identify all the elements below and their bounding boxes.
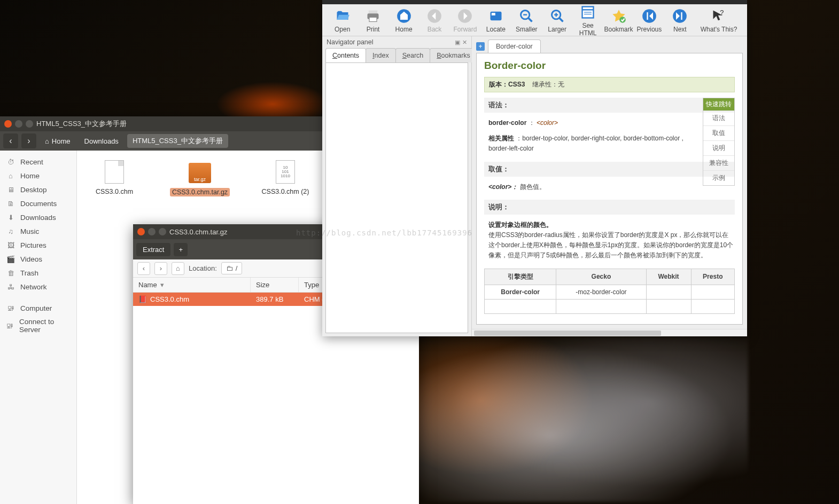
bookmark-button[interactable]: Bookmark [604, 7, 633, 33]
see-html-button[interactable]: See HTML [573, 4, 602, 37]
sidebar-item-desktop[interactable]: 🖥Desktop [0, 183, 76, 196]
location-label: Location: [189, 264, 217, 272]
sidebar-item-network[interactable]: 🖧Network [0, 280, 76, 294]
see-html-icon [579, 4, 596, 21]
panel-close-icon[interactable]: ✕ [462, 39, 467, 46]
sidebar-item-downloads[interactable]: ⬇Downloads [0, 210, 76, 224]
panel-detach-icon[interactable]: ▣ [455, 39, 460, 46]
maximize-icon[interactable] [159, 228, 166, 235]
sort-indicator-icon: ▾ [160, 281, 164, 289]
breadcrumb-current[interactable]: HTML5_CSS3_中文参考手册 [127, 134, 228, 148]
open-button[interactable]: Open [328, 7, 357, 33]
section-syntax: 语法： [484, 98, 735, 113]
file-item[interactable]: CSS3.0.chm [82, 159, 146, 195]
smaller-button[interactable]: Smaller [512, 7, 541, 33]
chm-file-icon: 📕 [138, 295, 147, 303]
minimize-icon[interactable] [15, 120, 22, 128]
connect-to-server-icon: 🖳 [6, 321, 14, 330]
nav-back-button[interactable]: ‹ [3, 133, 18, 148]
breadcrumb-downloads[interactable]: Downloads [79, 135, 124, 147]
svg-point-19 [619, 17, 626, 23]
back-icon [426, 7, 443, 25]
nav-tab-search[interactable]: Search [395, 48, 431, 62]
quick-nav-item[interactable]: 取值 [703, 125, 734, 140]
add-button[interactable]: + [174, 243, 188, 256]
document-tabs: + Border-color [472, 36, 747, 53]
svg-rect-2 [369, 17, 377, 21]
page-title: Border-color [484, 60, 735, 72]
loc-forward-button[interactable]: › [154, 262, 167, 275]
file-item[interactable]: tar.gzCSS3.0.chm.tar.gz [168, 159, 232, 196]
smaller-icon [518, 7, 535, 25]
svg-line-9 [529, 18, 532, 21]
file-type-icon: 101011010 [273, 159, 298, 185]
nav-tab-bookmarks[interactable]: Bookmarks [430, 48, 477, 62]
file-manager-title: HTML5_CSS3_中文参考手册 [36, 119, 127, 129]
location-field[interactable]: 🗀 / [221, 262, 243, 274]
sidebar-item-trash[interactable]: 🗑Trash [0, 266, 76, 280]
nav-forward-button[interactable]: › [21, 133, 36, 148]
navigator-panel: Navigator panel ▣ ✕ ContentsIndexSearchB… [322, 36, 472, 336]
document-tab[interactable]: Border-color [488, 40, 541, 53]
quick-nav-item[interactable]: 兼容性 [703, 155, 734, 170]
horizontal-scrollbar[interactable] [472, 329, 747, 336]
section-values: 取值： [484, 162, 735, 177]
sidebar-item-documents[interactable]: 🗎Documents [0, 196, 76, 210]
version-info: 版本：CSS3 继承性：无 [484, 77, 735, 92]
loc-back-button[interactable]: ‹ [137, 262, 150, 275]
scrollbar-thumb[interactable] [474, 330, 661, 336]
quick-nav-item[interactable]: 说明 [703, 140, 734, 155]
music-icon: ♫ [6, 227, 15, 235]
file-type-icon [102, 159, 127, 185]
svg-text:?: ? [720, 9, 724, 17]
next-button[interactable]: Next [665, 7, 695, 33]
sidebar-item-music[interactable]: ♫Music [0, 224, 76, 238]
quick-nav-item[interactable]: 示例 [703, 170, 734, 185]
home-icon: ⌂ [45, 137, 49, 145]
file-manager-toolbar: ‹ › ⌂ Home Downloads HTML5_CSS3_中文参考手册 [0, 131, 323, 151]
close-icon[interactable] [4, 120, 12, 128]
sidebar-item-videos[interactable]: 🎬Videos [0, 252, 76, 266]
forward-icon [456, 7, 473, 25]
print-icon [364, 7, 382, 25]
print-button[interactable]: Print [358, 7, 387, 33]
extract-button[interactable]: Extract [136, 243, 170, 256]
trash-icon: 🗑 [6, 269, 15, 277]
folder-icon: 🗀 [226, 264, 233, 272]
file-manager-sidebar: ⏱Recent⌂Home🖥Desktop🗎Documents⬇Downloads… [0, 151, 77, 504]
navigator-tabs: ContentsIndexSearchBookmarks [322, 48, 471, 62]
previous-button[interactable]: Previous [634, 7, 664, 33]
locate-button[interactable]: Locate [481, 7, 510, 33]
close-icon[interactable] [137, 228, 145, 235]
next-icon [671, 7, 688, 25]
svg-rect-7 [492, 13, 495, 15]
desktop-icon: 🖥 [6, 185, 15, 194]
breadcrumb-home[interactable]: ⌂ Home [40, 135, 76, 147]
nav-tab-contents[interactable]: Contents [325, 48, 366, 62]
bookmark-icon [610, 7, 627, 25]
document-content[interactable]: Border-color 版本：CSS3 继承性：无 快速跳转 语法取值说明兼容… [476, 53, 743, 325]
nav-tab-index[interactable]: Index [366, 48, 396, 62]
contents-tree[interactable] [325, 62, 468, 333]
larger-button[interactable]: Larger [542, 7, 572, 33]
quick-nav-head: 快速跳转 [703, 98, 734, 111]
maximize-icon[interactable] [26, 120, 33, 128]
svg-rect-0 [369, 10, 377, 13]
back-button: Back [420, 7, 449, 33]
sidebar-item-recent[interactable]: ⏱Recent [0, 155, 76, 169]
what-s-this--icon: ? [710, 7, 727, 25]
home-button[interactable]: Home [389, 7, 418, 33]
file-manager-titlebar[interactable]: HTML5_CSS3_中文参考手册 [0, 116, 323, 131]
sidebar-item-computer[interactable]: 🖳Computer [0, 301, 76, 315]
minimize-icon[interactable] [148, 228, 156, 235]
computer-icon: 🖳 [6, 304, 15, 312]
quick-nav-item[interactable]: 语法 [703, 111, 734, 125]
chm-titlebar[interactable] [322, 0, 747, 4]
sidebar-item-connect-to-server[interactable]: 🖳Connect to Server [0, 315, 76, 336]
sidebar-item-home[interactable]: ⌂Home [0, 169, 76, 183]
sidebar-item-pictures[interactable]: 🖼Pictures [0, 238, 76, 252]
loc-home-button[interactable]: ⌂ [172, 262, 184, 275]
file-item[interactable]: 101011010CSS3.0.chm (2) [253, 159, 317, 195]
add-tab-button[interactable]: + [476, 42, 485, 51]
what-s-this--button[interactable]: ?What's This? [696, 7, 742, 33]
